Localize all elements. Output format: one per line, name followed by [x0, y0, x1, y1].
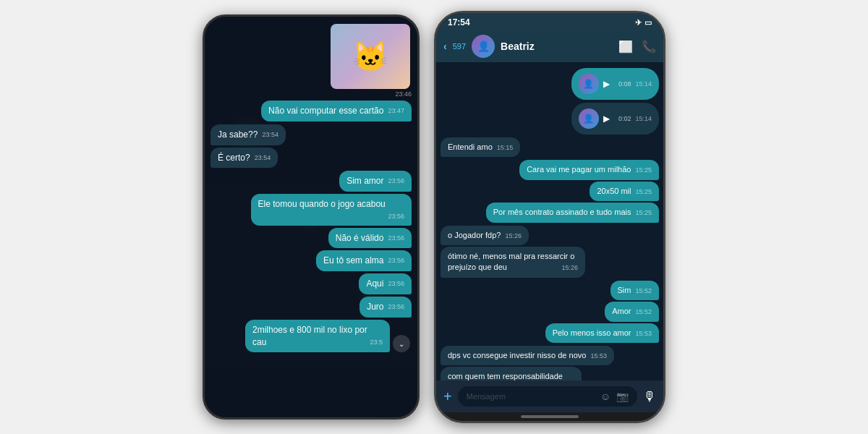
r-msg-jogador: o Jogador fdp? 15:26 [441, 226, 529, 245]
image-timestamp: 23:46 [395, 90, 412, 98]
r-msg-dps: dps vc consegue investir nisso de novo 1… [441, 346, 614, 365]
scroll-down-btn[interactable]: ⌄ [393, 335, 410, 352]
airplane-icon: ✈ [635, 18, 642, 27]
msg-10: 2milhoes e 800 mil no lixo por cau 23:5 [245, 320, 390, 353]
attach-button[interactable]: + [443, 388, 452, 405]
msg-6: Não é válido 23:56 [328, 228, 412, 249]
phone-call-icon[interactable]: 📞 [642, 40, 656, 54]
left-phone: 23:46 Não vai computar esse cartão 23:47… [203, 14, 420, 420]
voice-msg-1: 👤 ▶ 0:08 15:14 [571, 68, 659, 100]
r-msg-entendi: Entendi amo 15:15 [441, 137, 520, 157]
play-btn-1[interactable]: ▶ [603, 79, 610, 89]
status-bar: 17:54 ✈ ▭ [436, 13, 663, 30]
message-input[interactable]: Mensagem ☺ 📷 [458, 386, 637, 407]
msg-4: Sim amor 23:56 [339, 171, 412, 192]
voice-duration-1: 0:08 [618, 80, 631, 88]
cat-image [331, 24, 410, 89]
voice-time-1: 15:14 [635, 80, 652, 88]
left-chat-area: 23:46 Não vai computar esse cartão 23:47… [205, 17, 417, 417]
right-phone: 17:54 ✈ ▭ ‹ 597 👤 Beatriz ⬜ 📞 👤 ▶ 0:08 1… [434, 11, 665, 423]
r-msg-pelomenos: Pelo menos isso amor 15:53 [545, 323, 659, 343]
r-msg-contrato: Por mês contrato assinado e tudo mais 15… [486, 203, 659, 222]
r-msg-amor: Amor 15:52 [605, 302, 659, 321]
msg-3: É certo? 23:54 [210, 148, 278, 169]
unread-count: 597 [453, 42, 466, 51]
msg-5: Ele tomou quando o jogo acabou 23:56 [251, 194, 412, 225]
r-msg-20x50: 20x50 mil 15:25 [590, 182, 659, 201]
back-button[interactable]: ‹ [443, 41, 447, 52]
r-msg-sim: Sim 15:52 [610, 281, 659, 300]
status-time: 17:54 [448, 17, 470, 27]
header-action-icons: ⬜ 📞 [618, 40, 656, 54]
r-msg-otimo: ótimo né, menos mal pra ressarcir o prej… [441, 247, 585, 278]
r-msg-milhao: Cara vai me pagar um milhão 15:25 [519, 160, 659, 179]
msg-7: Eu tô sem alma 23:56 [316, 250, 412, 271]
voice-avatar-2: 👤 [579, 109, 599, 129]
voice-msg-2: 👤 ▶ 0:02 15:14 [571, 103, 659, 135]
voice-avatar-1: 👤 [579, 74, 599, 94]
msg-2: Ja sabe?? 23:54 [210, 124, 286, 145]
mic-button[interactable]: 🎙 [643, 389, 656, 404]
contact-name: Beatriz [501, 41, 613, 52]
emoji-icon[interactable]: ☺ [600, 391, 610, 402]
video-call-icon[interactable]: ⬜ [618, 40, 633, 54]
status-icons: ✈ ▭ [635, 18, 652, 27]
voice-duration-2: 0:02 [618, 115, 631, 122]
input-icon-group: ☺ 📷 [600, 391, 629, 402]
camera-icon[interactable]: 📷 [616, 391, 629, 402]
right-chat-body: 👤 ▶ 0:08 15:14 👤 ▶ 0:02 15:14 Entendi am… [436, 62, 663, 380]
msg-9: Juro 23:56 [359, 297, 412, 318]
message-input-bar: + Mensagem ☺ 📷 🎙 [436, 380, 663, 412]
msg-8: Aqui 23:56 [359, 273, 412, 294]
home-indicator [436, 412, 663, 421]
chat-header: ‹ 597 👤 Beatriz ⬜ 📞 [436, 30, 663, 62]
battery-icon: ▭ [644, 18, 652, 27]
contact-avatar: 👤 [472, 35, 495, 58]
play-btn-2[interactable]: ▶ [603, 114, 610, 124]
voice-time-2: 15:14 [635, 115, 652, 122]
msg-1: Não vai computar esse cartão 23:47 [261, 101, 412, 122]
r-msg-responsabilidade: com quem tem responsabilidade mesmo ne 1… [441, 367, 582, 380]
home-bar [521, 415, 579, 418]
